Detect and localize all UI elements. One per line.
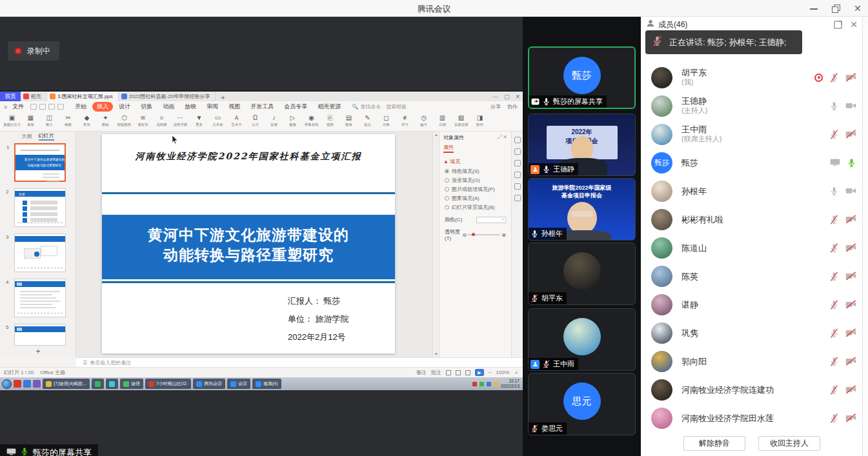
side-tool-icon[interactable] — [514, 195, 521, 201]
taskbar-app-button[interactable]: (7)微信(4)截图... — [43, 379, 90, 389]
opacity-plus-icon[interactable]: ⊕ — [501, 232, 506, 238]
add-slide-button[interactable]: + — [0, 347, 76, 356]
wps-menu-item[interactable]: 开发工具 — [246, 102, 278, 112]
fill-option[interactable]: 渐变填充(G) — [445, 177, 506, 184]
wps-menu-item[interactable]: 动画 — [158, 102, 179, 112]
start-button[interactable] — [2, 379, 12, 389]
tray-icon[interactable] — [479, 382, 484, 386]
video-tile[interactable]: 甄莎甄莎的屏幕共享 — [528, 46, 636, 109]
wps-home-button[interactable]: 首页 — [0, 92, 21, 101]
wps-minimize-icon[interactable]: — — [492, 94, 498, 100]
wps-menu-item[interactable]: 稻壳资源 — [313, 102, 345, 112]
wps-close-icon[interactable]: ✕ — [515, 94, 520, 100]
wps-menu-item[interactable]: 视图 — [224, 102, 245, 112]
ribbon-button[interactable]: ▤图表 — [339, 114, 358, 128]
fill-option[interactable]: 幻灯片背景填充(B) — [445, 204, 506, 211]
video-tile[interactable]: 胡平东 — [528, 243, 636, 305]
popout-panel-icon[interactable] — [834, 21, 842, 29]
fill-option[interactable]: 纯色填充(S) — [445, 168, 506, 175]
taskbar-app-button[interactable]: 微信 — [120, 379, 143, 389]
ribbon-button[interactable]: ▧页眉页脚 — [452, 114, 470, 128]
tray-icon[interactable] — [487, 382, 491, 386]
hamburger-icon[interactable]: ≡ — [0, 104, 7, 110]
ribbon-button[interactable]: ◻对象 — [377, 114, 396, 128]
zoom-in-icon[interactable]: ＋ — [514, 369, 519, 376]
wps-menu-item[interactable]: 审阅 — [202, 102, 223, 112]
outline-tab[interactable]: 大纲 — [22, 133, 32, 140]
tray-icon[interactable] — [494, 382, 498, 386]
wps-document-tab[interactable]: 3.国家社科立项汇报.pps — [47, 92, 119, 101]
ribbon-button[interactable]: ✎批注 — [358, 114, 377, 128]
save-icon[interactable] — [30, 104, 37, 110]
wps-new-tab-button[interactable]: + — [216, 94, 230, 101]
zoom-out-icon[interactable]: − — [489, 370, 492, 375]
slide-thumbnail[interactable]: 4 — [14, 279, 66, 317]
wps-menu-item[interactable]: 切换 — [136, 102, 157, 112]
ribbon-button[interactable]: ◉屏幕录制 — [302, 114, 321, 128]
member-row[interactable]: 孙根年 — [641, 177, 863, 205]
unmute-button[interactable]: 解除静音 — [683, 436, 745, 451]
slide-thumbnail[interactable]: 2目录 — [14, 188, 66, 227]
member-row[interactable]: 郭向阳 — [641, 347, 863, 375]
wps-restore-icon[interactable]: ▢ — [504, 94, 510, 100]
video-tile[interactable]: 旅游学院2022年国家级基金项目申报会 孙根年 — [528, 178, 636, 241]
side-tool-icon[interactable] — [514, 160, 521, 166]
ribbon-button[interactable]: ≋素材库 — [134, 114, 152, 128]
member-row[interactable]: 甄莎甄莎 — [641, 148, 863, 177]
member-row[interactable]: 彬彬有礼啦 — [641, 205, 863, 233]
fill-option[interactable]: 图案填充(A) — [445, 195, 506, 202]
close-panel-icon[interactable]: ✕ — [850, 19, 858, 30]
ribbon-button[interactable]: Ω公式 — [246, 114, 265, 128]
notes-toggle[interactable]: 备注 — [416, 369, 427, 376]
wps-menu-item[interactable]: 开始 — [70, 102, 91, 112]
member-row[interactable]: 陈道山 — [641, 233, 863, 262]
ribbon-button[interactable]: ◆形状 — [77, 114, 96, 128]
wps-menu-right-item[interactable]: 协作 — [507, 103, 518, 110]
normal-view-icon[interactable] — [446, 370, 451, 375]
fill-section-label[interactable]: ▲ 填充 — [443, 158, 507, 165]
sorter-view-icon[interactable] — [456, 370, 461, 375]
fill-option[interactable]: 图片或纹理填充(P) — [445, 186, 506, 193]
ribbon-button[interactable]: Ａ艺术字 — [227, 114, 246, 128]
side-tool-icon[interactable] — [514, 148, 521, 155]
slides-tab[interactable]: 幻灯片 — [39, 132, 54, 141]
ribbon-button[interactable]: ✂截图 — [59, 114, 77, 128]
ribbon-button[interactable]: ▼更多 — [190, 114, 208, 128]
reading-view-icon[interactable] — [465, 370, 470, 375]
wps-document-tab[interactable]: 2022国社科选题-20年申报经验分享 — [119, 92, 216, 101]
ribbon-button[interactable]: ▭文本框 — [208, 114, 227, 128]
print-icon[interactable] — [39, 104, 46, 110]
wps-search[interactable]: 🔍 查找命令、搜索模板 — [352, 103, 407, 110]
slide-thumbnail[interactable]: 1 黄河中下游文化旅游带建设的动能转换与路径重塑研究 — [14, 143, 66, 182]
member-row[interactable]: 河南牧业经济学院田水莲 — [641, 404, 863, 432]
slide-scrollbar[interactable]: ▲▼ — [432, 132, 439, 357]
taskbar-quick-icon[interactable] — [23, 380, 31, 388]
side-tool-icon[interactable] — [514, 172, 521, 178]
comments-toggle[interactable]: 批注 — [431, 369, 441, 376]
taskbar-app-button[interactable] — [106, 379, 118, 389]
panel-scrollbar[interactable] — [863, 17, 868, 456]
taskbar-quick-icon[interactable] — [14, 380, 21, 388]
minimize-icon[interactable] — [810, 5, 818, 12]
ribbon-button[interactable]: ⬡智能图形 — [115, 114, 134, 128]
reclaim-host-button[interactable]: 收回主持人 — [758, 436, 820, 451]
opacity-slider[interactable] — [468, 234, 500, 235]
member-row[interactable]: 巩隽 — [641, 319, 863, 347]
current-slide[interactable]: 河南牧业经济学院2022年国家社科基金立项汇报 黄河中下游文化旅游带建设的 动能… — [102, 134, 395, 353]
slideshow-play-icon[interactable]: ▶ — [475, 369, 484, 376]
ribbon-button[interactable]: ◫图片 — [40, 114, 59, 128]
restore-icon[interactable] — [832, 5, 840, 12]
ribbon-button[interactable]: ♪音频 — [265, 114, 283, 128]
ribbon-button[interactable]: ▥日期 — [433, 114, 452, 128]
member-row[interactable]: 王德静(主持人) — [641, 92, 863, 120]
wps-menu-item[interactable]: 放映 — [180, 102, 201, 112]
taskbar-app-button[interactable]: 视频(4) — [252, 379, 281, 389]
wps-docer-tab[interactable]: 稻壳 — [21, 92, 47, 101]
taskbar-app-button[interactable]: 7小时横山区02- — [145, 379, 191, 389]
taskbar-app-button[interactable]: 会议 — [227, 379, 250, 389]
ribbon-button[interactable]: ＃符号 — [396, 114, 414, 128]
notes-bar[interactable]: ☰ 单击输入您的备注 — [76, 357, 523, 367]
side-tool-icon[interactable] — [514, 183, 521, 190]
ribbon-button[interactable]: ▦表格 — [21, 114, 40, 128]
side-tool-icon[interactable] — [514, 137, 521, 143]
